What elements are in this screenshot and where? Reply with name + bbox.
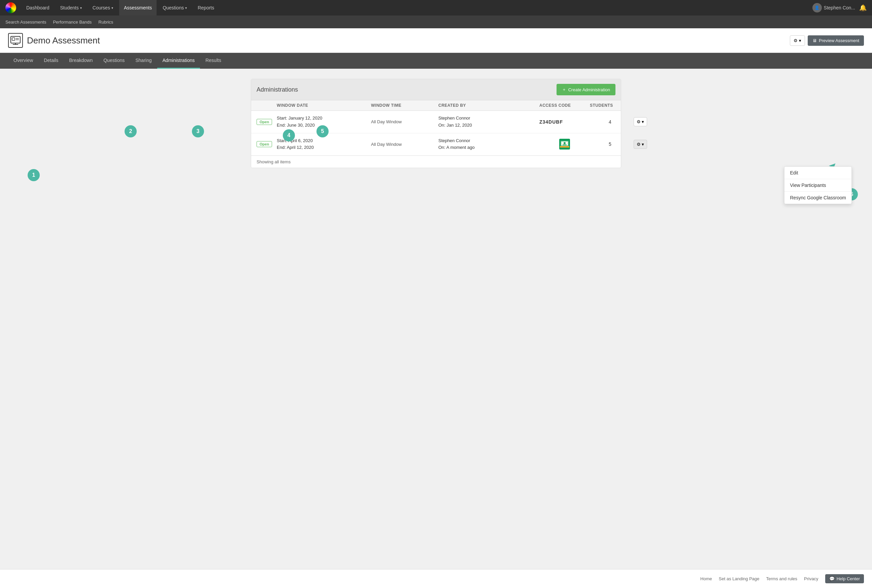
circle-label-4: 4 xyxy=(283,129,295,141)
logo[interactable] xyxy=(5,2,16,13)
row2-access-code-cell xyxy=(539,139,590,150)
nav-students[interactable]: Students ▾ xyxy=(55,0,87,15)
status-badge: Open xyxy=(256,141,272,147)
user-menu[interactable]: 👤 Stephen Con... xyxy=(812,3,855,12)
chevron-down-icon: ▾ xyxy=(111,6,113,10)
table-row: Open Start: April 6, 2020 End: April 12,… xyxy=(251,134,621,156)
footer: Home Set as Landing Page Terms and rules… xyxy=(0,569,872,588)
nav-questions[interactable]: Questions ▾ xyxy=(158,0,192,15)
row1-actions-cell: ⚙ ▾ xyxy=(630,117,650,126)
gear-icon: ⚙ xyxy=(794,38,798,43)
nav-dashboard[interactable]: Dashboard xyxy=(21,0,54,15)
tab-bar: Overview Details Breakdown Questions Sha… xyxy=(0,53,872,69)
chevron-down-icon: ▾ xyxy=(642,119,644,124)
help-center-button[interactable]: 💬 Help Center xyxy=(825,574,864,583)
create-administration-button[interactable]: ＋ Create Administration xyxy=(557,84,616,95)
page-title: Demo Assessment xyxy=(27,35,100,46)
tab-overview[interactable]: Overview xyxy=(8,53,38,69)
footer-terms[interactable]: Terms and rules xyxy=(766,576,797,581)
circle-label-3: 3 xyxy=(192,125,204,137)
row2-time-cell: All Day Window xyxy=(371,142,438,147)
circle-label-2: 2 xyxy=(124,125,137,137)
dropdown-item-edit[interactable]: Edit xyxy=(785,167,851,179)
chat-icon: 💬 xyxy=(829,576,835,581)
col-header-status xyxy=(256,103,277,108)
subnav-rubrics[interactable]: Rubrics xyxy=(98,20,113,25)
circle-label-1: 1 xyxy=(28,169,40,181)
tab-sharing[interactable]: Sharing xyxy=(130,53,157,69)
row1-created-cell: Stephen Connor On: Jan 12, 2020 xyxy=(438,115,539,129)
nav-assessments[interactable]: Assessments xyxy=(119,0,157,15)
svg-rect-11 xyxy=(560,146,569,147)
svg-point-9 xyxy=(563,142,566,144)
nav-right-section: 👤 Stephen Con... 🔔 xyxy=(812,3,867,12)
row2-students-count: 5 xyxy=(590,141,630,147)
gear-button[interactable]: ⚙ ▾ xyxy=(790,35,805,46)
main-content: 1 2 3 4 5 6 Administrations ＋ Create Adm… xyxy=(0,69,872,569)
gear-icon: ⚙ xyxy=(637,119,641,124)
subnav-search-assessments[interactable]: Search Assessments xyxy=(5,20,46,25)
dropdown-item-view-participants[interactable]: View Participants xyxy=(785,179,851,191)
preview-assessment-button[interactable]: 🖥 Preview Assessment xyxy=(808,35,864,46)
col-header-actions xyxy=(630,103,650,108)
tab-administrations[interactable]: Administrations xyxy=(157,53,200,69)
row1-time-cell: All Day Window xyxy=(371,119,438,124)
row2-created-cell: Stephen Connor On: A moment ago xyxy=(438,137,539,152)
row2-status-cell: Open xyxy=(256,141,277,147)
table-column-headers: Window Date Window Time Created By Acces… xyxy=(251,100,621,111)
administrations-title: Administrations xyxy=(256,86,298,93)
gear-dropdown-arrow: ▾ xyxy=(799,38,801,43)
col-header-created-by: Created By xyxy=(438,103,539,108)
row1-status-cell: Open xyxy=(256,119,277,125)
google-classroom-icon xyxy=(559,139,570,150)
nav-courses[interactable]: Courses ▾ xyxy=(88,0,118,15)
svg-rect-3 xyxy=(12,38,15,40)
col-header-students: Students xyxy=(590,103,630,108)
dropdown-item-resync-google[interactable]: Resync Google Classroom xyxy=(785,192,851,204)
showing-text: Showing all items xyxy=(251,156,621,168)
monitor-icon: 🖥 xyxy=(812,38,817,43)
administrations-table: Administrations ＋ Create Administration … xyxy=(251,79,621,168)
row1-access-code: Z34DUBF xyxy=(539,119,590,124)
avatar: 👤 xyxy=(812,3,822,12)
actions-dropdown-menu: Edit View Participants Resync Google Cla… xyxy=(784,166,852,204)
sub-navigation: Search Assessments Performance Bands Rub… xyxy=(0,15,872,28)
col-header-access-code: Access Code xyxy=(539,103,590,108)
table-row: Open Start: January 12, 2020 End: June 3… xyxy=(251,111,621,134)
administrations-header: Administrations ＋ Create Administration xyxy=(251,79,621,100)
nav-reports[interactable]: Reports xyxy=(193,0,219,15)
chevron-down-icon: ▾ xyxy=(185,6,187,10)
row2-gear-button[interactable]: ⚙ ▾ xyxy=(634,140,647,149)
row1-students-count: 4 xyxy=(590,119,630,124)
tab-details[interactable]: Details xyxy=(38,53,64,69)
tab-questions[interactable]: Questions xyxy=(98,53,130,69)
gear-icon: ⚙ xyxy=(637,142,641,147)
status-badge: Open xyxy=(256,119,272,125)
footer-home[interactable]: Home xyxy=(700,576,712,581)
assessment-title-area: Demo Assessment xyxy=(8,33,100,48)
footer-privacy[interactable]: Privacy xyxy=(804,576,818,581)
assessment-icon xyxy=(8,33,23,48)
svg-rect-10 xyxy=(563,144,566,145)
plus-icon: ＋ xyxy=(562,87,566,93)
chevron-down-icon: ▾ xyxy=(80,6,82,10)
circle-label-5: 5 xyxy=(316,125,329,137)
footer-landing-page[interactable]: Set as Landing Page xyxy=(719,576,760,581)
tab-results[interactable]: Results xyxy=(200,53,226,69)
chevron-down-icon: ▾ xyxy=(642,142,644,147)
notification-bell-icon[interactable]: 🔔 xyxy=(859,4,867,12)
col-header-window-time: Window Time xyxy=(371,103,438,108)
tab-breakdown[interactable]: Breakdown xyxy=(64,53,98,69)
subnav-performance-bands[interactable]: Performance Bands xyxy=(53,20,91,25)
user-name: Stephen Con... xyxy=(824,5,855,10)
assessment-header: Demo Assessment ⚙ ▾ 🖥 Preview Assessment xyxy=(0,28,872,53)
row1-gear-button[interactable]: ⚙ ▾ xyxy=(634,117,647,126)
header-actions: ⚙ ▾ 🖥 Preview Assessment xyxy=(790,35,864,46)
col-header-window-date: Window Date xyxy=(277,103,371,108)
top-navigation: Dashboard Students ▾ Courses ▾ Assessmen… xyxy=(0,0,872,15)
row2-actions-cell: ⚙ ▾ xyxy=(630,140,650,149)
